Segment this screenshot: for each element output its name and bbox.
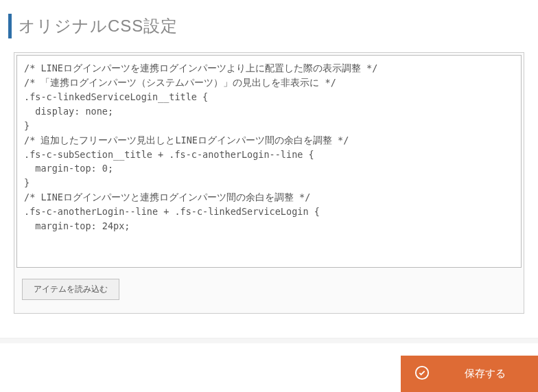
page-header: オリジナルCSS設定 [0, 0, 538, 52]
css-textarea[interactable] [16, 55, 522, 268]
editor-toolbar: アイテムを読み込む [16, 270, 522, 311]
css-editor-container: アイテムを読み込む [14, 52, 524, 314]
save-button[interactable]: 保存する [401, 356, 538, 392]
page-title: オリジナルCSS設定 [19, 15, 178, 37]
section-divider [0, 338, 538, 343]
svg-point-0 [416, 367, 428, 379]
check-circle-icon [414, 365, 430, 382]
save-button-label: 保存する [453, 367, 517, 380]
header-accent-bar [8, 14, 12, 38]
footer-region: 保存する [0, 338, 538, 392]
content-area: アイテムを読み込む [0, 52, 538, 314]
load-item-button[interactable]: アイテムを読み込む [22, 279, 119, 300]
save-bar: 保存する [0, 343, 538, 392]
